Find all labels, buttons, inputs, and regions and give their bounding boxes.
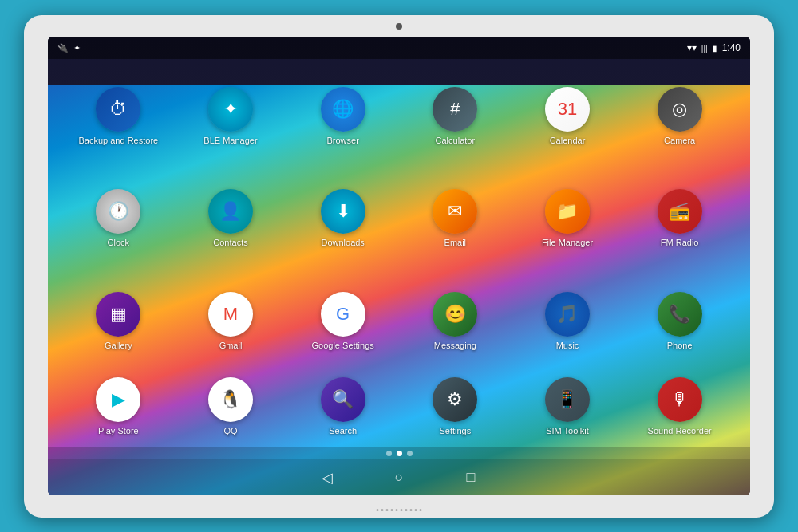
app-label-clock: Clock: [108, 238, 130, 248]
app-icon-calculator: #: [433, 87, 477, 132]
app-icon-downloads: ⬇: [321, 189, 365, 234]
app-label-fmradio: FM Radio: [661, 238, 699, 248]
front-camera: [396, 23, 402, 30]
app-item-calendar[interactable]: 31Calendar: [513, 67, 622, 166]
app-item-calculator[interactable]: #Calculator: [401, 67, 510, 166]
app-item-backup[interactable]: ⏱Backup and Restore: [64, 67, 173, 166]
status-bar: 🔌 ✦ ▾▾ ||| ▮ 1:40: [48, 37, 750, 59]
page-dots: [48, 447, 750, 459]
app-item-fmradio[interactable]: 📻FM Radio: [625, 169, 734, 268]
app-item-browser[interactable]: 🌐Browser: [288, 67, 397, 166]
usb-icon: 🔌: [57, 43, 69, 53]
app-icon-clock: 🕐: [96, 189, 140, 234]
app-item-contacts[interactable]: 👤Contacts: [176, 169, 286, 268]
app-icon-fmradio: 📻: [658, 189, 702, 234]
app-icon-simtoolkit: 📱: [545, 377, 590, 422]
app-item-email[interactable]: ✉Email: [401, 169, 510, 268]
app-label-gallery: Gallery: [105, 341, 132, 351]
app-item-googlesettings[interactable]: GGoogle Settings: [288, 272, 397, 371]
app-label-playstore: Play Store: [98, 426, 139, 436]
app-icon-googlesettings: G: [321, 292, 365, 337]
app-item-simtoolkit[interactable]: 📱SIM Toolkit: [513, 374, 622, 439]
app-icon-browser: 🌐: [321, 87, 365, 132]
app-icon-settings: ⚙: [433, 377, 477, 422]
app-icon-music: 🎵: [545, 292, 590, 337]
app-label-gmail: Gmail: [219, 341, 243, 351]
tablet-device: 🔌 ✦ ▾▾ ||| ▮ 1:40 ⏱Backup and Restore✦BL…: [24, 15, 774, 518]
app-item-search[interactable]: 🔍Search: [288, 374, 397, 439]
status-left-icons: 🔌 ✦: [57, 43, 81, 53]
app-icon-gmail: M: [208, 292, 253, 337]
app-label-soundrecorder: Sound Recorder: [648, 426, 712, 436]
app-label-contacts: Contacts: [213, 238, 247, 248]
app-label-messaging: Messaging: [434, 341, 476, 351]
app-icon-filemanager: 📁: [545, 189, 590, 234]
app-item-filemanager[interactable]: 📁File Manager: [513, 169, 622, 268]
app-item-clock[interactable]: 🕐Clock: [64, 169, 173, 268]
navigation-bar: ◁ ○ □: [48, 459, 750, 495]
app-icon-messaging: 😊: [433, 292, 477, 337]
page-dot-3: [407, 451, 413, 456]
app-item-ble[interactable]: ✦BLE Manager: [176, 67, 286, 166]
app-icon-search: 🔍: [321, 377, 365, 422]
status-right-area: ▾▾ ||| ▮ 1:40: [687, 42, 741, 53]
app-label-simtoolkit: SIM Toolkit: [546, 426, 589, 436]
app-label-downloads: Downloads: [321, 238, 364, 248]
app-label-music: Music: [556, 341, 579, 351]
app-label-search: Search: [329, 426, 357, 436]
app-label-camera: Camera: [664, 136, 695, 146]
recents-button[interactable]: □: [459, 466, 483, 490]
app-icon-gallery: ▦: [96, 292, 140, 337]
time-display: 1:40: [722, 42, 741, 53]
battery-icon: ▮: [713, 44, 717, 53]
signal-icon: |||: [701, 44, 708, 53]
bluetooth-icon: ✦: [73, 43, 81, 53]
app-label-backup: Backup and Restore: [78, 136, 158, 146]
app-label-phone: Phone: [667, 341, 693, 351]
app-label-googlesettings: Google Settings: [312, 341, 374, 351]
app-label-calendar: Calendar: [550, 136, 586, 146]
tablet-screen: 🔌 ✦ ▾▾ ||| ▮ 1:40 ⏱Backup and Restore✦BL…: [48, 37, 750, 495]
app-item-gmail[interactable]: MGmail: [176, 272, 286, 371]
app-label-ble: BLE Manager: [203, 136, 257, 146]
app-icon-camera: ◎: [658, 87, 702, 132]
page-dot-1: [386, 451, 392, 456]
app-icon-email: ✉: [433, 189, 477, 234]
app-item-playstore[interactable]: ▶Play Store: [64, 374, 173, 439]
app-label-filemanager: File Manager: [542, 238, 593, 248]
app-icon-calendar: 31: [545, 87, 590, 132]
app-grid: ⏱Backup and Restore✦BLE Manager🌐Browser#…: [48, 59, 750, 447]
app-icon-backup: ⏱: [96, 87, 140, 132]
app-icon-contacts: 👤: [208, 189, 253, 234]
home-button[interactable]: ○: [387, 466, 411, 490]
back-button[interactable]: ◁: [315, 466, 339, 490]
app-label-calculator: Calculator: [436, 136, 476, 146]
app-icon-soundrecorder: 🎙: [658, 377, 702, 422]
app-label-qq: QQ: [223, 426, 237, 436]
app-item-messaging[interactable]: 😊Messaging: [401, 272, 510, 371]
app-item-settings[interactable]: ⚙Settings: [401, 374, 510, 439]
app-label-browser: Browser: [326, 136, 358, 146]
app-item-phone[interactable]: 📞Phone: [625, 272, 734, 371]
wifi-icon: ▾▾: [687, 42, 697, 53]
app-item-qq[interactable]: 🐧QQ: [176, 374, 286, 439]
app-item-gallery[interactable]: ▦Gallery: [64, 272, 173, 371]
app-icon-qq: 🐧: [208, 377, 253, 422]
app-item-music[interactable]: 🎵Music: [513, 272, 622, 371]
app-item-downloads[interactable]: ⬇Downloads: [288, 169, 397, 268]
tablet-speaker: [377, 509, 422, 511]
app-icon-ble: ✦: [208, 87, 253, 132]
app-icon-playstore: ▶: [96, 377, 140, 422]
app-label-email: Email: [444, 238, 467, 248]
app-icon-phone: 📞: [658, 292, 702, 337]
page-dot-2: [397, 451, 402, 456]
app-label-settings: Settings: [439, 426, 471, 436]
app-item-soundrecorder[interactable]: 🎙Sound Recorder: [625, 374, 734, 439]
app-item-camera[interactable]: ◎Camera: [625, 67, 734, 166]
